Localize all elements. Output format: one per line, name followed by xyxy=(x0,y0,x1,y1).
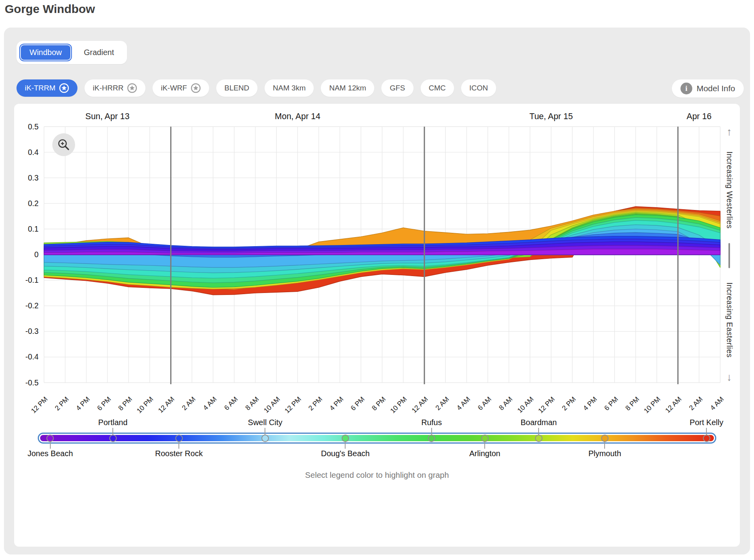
y-tick-label: 0 xyxy=(34,250,39,259)
model-chip-label: iK-TRRM xyxy=(25,84,55,92)
legend-marker-doug-s-beach[interactable] xyxy=(342,435,349,442)
x-tick-label: 2 AM xyxy=(434,395,451,412)
day-header: Mon, Apr 14 xyxy=(275,112,320,121)
annotation-divider xyxy=(728,243,730,268)
x-tick-label: 2 AM xyxy=(688,395,704,412)
legend-marker-stem xyxy=(706,428,707,435)
x-tick-label: 6 PM xyxy=(96,395,112,412)
legend-label-portland[interactable]: Portland xyxy=(98,418,128,427)
zoom-in-button[interactable] xyxy=(52,133,75,156)
legend-marker-boardman[interactable] xyxy=(535,435,543,442)
legend-marker-stem xyxy=(112,428,113,435)
model-chip-label: GFS xyxy=(390,84,405,92)
model-chip-label: BLEND xyxy=(224,84,249,92)
legend-marker-stem xyxy=(50,442,51,449)
x-tick-label: 8 PM xyxy=(117,395,134,412)
x-tick-label: 8 PM xyxy=(370,395,387,412)
legend-label-doug-s-beach[interactable]: Doug's Beach xyxy=(321,449,370,458)
legend-label-jones-beach[interactable]: Jones Beach xyxy=(28,449,73,458)
x-tick-label: 8 AM xyxy=(244,395,260,412)
y-tick-label: 0.4 xyxy=(28,148,39,157)
x-tick-label: 4 AM xyxy=(455,395,471,412)
model-chip-label: ICON xyxy=(469,84,488,92)
y-tick-label: 0.3 xyxy=(28,173,39,182)
legend-marker-stem xyxy=(345,442,346,449)
legend-label-rooster-rock[interactable]: Rooster Rock xyxy=(155,449,203,458)
legend-marker-stem xyxy=(604,442,605,449)
legend-marker-plymouth[interactable] xyxy=(601,435,609,442)
info-icon: i xyxy=(680,83,692,94)
legend-marker-port-kelly[interactable] xyxy=(703,435,710,442)
model-chip-nam-12km[interactable]: NAM 12km xyxy=(321,79,374,97)
model-chip-cmc[interactable]: CMC xyxy=(421,79,454,97)
toggle-option-windbow[interactable]: Windbow xyxy=(20,44,71,61)
x-tick-label: 10 AM xyxy=(516,395,535,414)
x-tick-label: 12 AM xyxy=(664,395,683,414)
x-tick-label: 4 PM xyxy=(328,395,345,412)
model-chip-label: NAM 12km xyxy=(329,84,366,92)
y-tick-label: 0.2 xyxy=(28,199,39,208)
y-tick-label: -0.2 xyxy=(25,301,39,310)
legend-marker-swell-city[interactable] xyxy=(261,435,269,442)
legend-marker-arlington[interactable] xyxy=(481,435,489,442)
y-axis-annotation: ↑ Increasing Westerlies Increasing Easte… xyxy=(721,127,737,383)
x-tick-label: 4 PM xyxy=(74,395,91,412)
x-tick-label: 12 PM xyxy=(537,395,556,415)
legend-gradient-fill[interactable] xyxy=(40,435,714,441)
x-tick-label: 8 PM xyxy=(624,395,641,412)
x-tick-label: 10 PM xyxy=(135,395,155,415)
x-tick-label: 4 AM xyxy=(708,395,725,412)
badge-star-icon xyxy=(127,83,137,93)
legend-marker-stem xyxy=(265,428,265,435)
model-chip-nam-3km[interactable]: NAM 3km xyxy=(265,79,314,97)
y-tick-label: -0.4 xyxy=(25,352,39,361)
model-chip-blend[interactable]: BLEND xyxy=(216,79,257,97)
model-chip-ik-wrf[interactable]: iK-WRF xyxy=(153,79,209,97)
model-info-label: Model Info xyxy=(697,84,735,93)
model-chip-ik-trrm[interactable]: iK-TRRM xyxy=(17,79,77,97)
model-chip-label: NAM 3km xyxy=(273,84,305,92)
model-chips-row: iK-TRRMiK-HRRRiK-WRFBLENDNAM 3kmNAM 12km… xyxy=(17,79,496,97)
legend-marker-rooster-rock[interactable] xyxy=(175,435,183,442)
legend-label-boardman[interactable]: Boardman xyxy=(520,418,557,427)
x-tick-label: 2 PM xyxy=(307,395,324,412)
legend-marker-stem xyxy=(538,428,539,435)
x-tick-label: 10 AM xyxy=(262,395,281,414)
legend-label-plymouth[interactable]: Plymouth xyxy=(588,449,621,458)
legend-caption: Select legend color to highlight on grap… xyxy=(14,470,740,480)
legend-label-rufus[interactable]: Rufus xyxy=(421,418,442,427)
up-arrow-icon: ↑ xyxy=(726,127,732,137)
x-tick-label: 6 AM xyxy=(476,395,493,412)
y-tick-label: -0.3 xyxy=(25,327,39,335)
x-tick-label: 2 AM xyxy=(180,395,197,412)
x-tick-label: 2 PM xyxy=(561,395,577,412)
legend-label-port-kelly[interactable]: Port Kelly xyxy=(690,418,723,427)
legend-label-arlington[interactable]: Arlington xyxy=(469,449,500,458)
legend-marker-rufus[interactable] xyxy=(428,435,435,442)
model-chip-gfs[interactable]: GFS xyxy=(381,79,413,97)
day-header: Tue, Apr 15 xyxy=(530,112,573,121)
x-tick-label: 12 PM xyxy=(283,395,303,415)
x-tick-label: 6 PM xyxy=(603,395,620,412)
legend-marker-portland[interactable] xyxy=(109,435,117,442)
x-tick-label: 12 AM xyxy=(410,395,429,414)
model-chip-label: iK-HRRR xyxy=(93,84,123,92)
legend-marker-stem xyxy=(178,442,179,449)
x-tick-label: 2 PM xyxy=(53,395,70,412)
legend-marker-jones-beach[interactable] xyxy=(46,435,54,442)
magnifier-plus-icon xyxy=(57,138,70,151)
legend-gradient-bar[interactable] xyxy=(38,433,716,444)
x-tick-label: 10 PM xyxy=(389,395,408,415)
x-tick-label: 6 PM xyxy=(349,395,366,412)
increasing-easterlies-label: Increasing Easterlies xyxy=(725,282,734,358)
badge-star-icon xyxy=(191,83,201,93)
legend-marker-stem xyxy=(431,428,432,435)
y-tick-label: -0.5 xyxy=(25,378,39,387)
badge-star-icon xyxy=(59,83,69,93)
model-chip-icon[interactable]: ICON xyxy=(461,79,497,97)
x-tick-label: 10 PM xyxy=(642,395,662,415)
legend-label-swell-city[interactable]: Swell City xyxy=(248,418,283,427)
toggle-option-gradient[interactable]: Gradient xyxy=(74,44,123,61)
model-info-button[interactable]: i Model Info xyxy=(672,79,744,98)
model-chip-ik-hrrr[interactable]: iK-HRRR xyxy=(85,79,145,97)
